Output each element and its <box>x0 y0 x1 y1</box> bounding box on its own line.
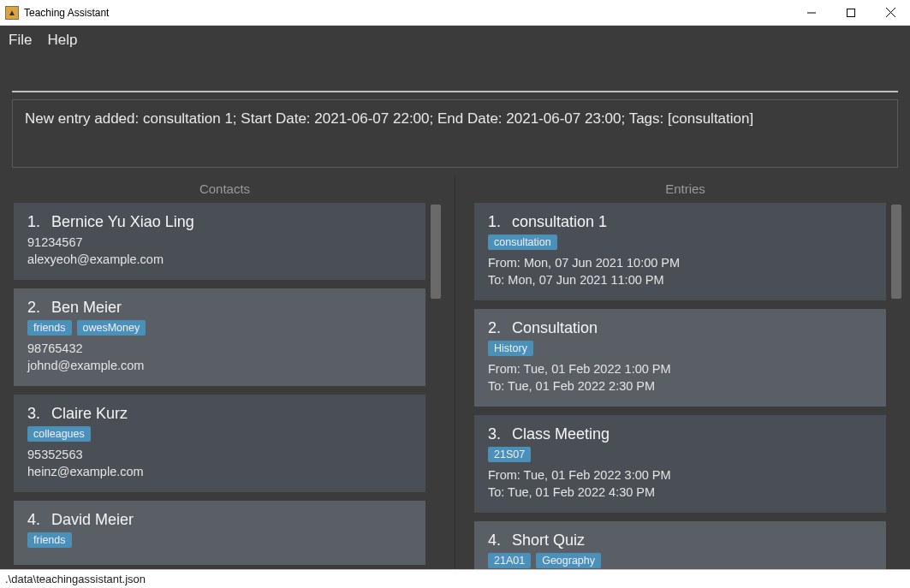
tag: friends <box>27 532 72 548</box>
tag: Geography <box>536 553 601 568</box>
maximize-button[interactable] <box>831 0 871 26</box>
contacts-header: Contacts <box>7 176 443 203</box>
titlebar: ▲ Teaching Assistant <box>0 0 910 26</box>
entry-to: To: Tue, 01 Feb 2022 4:30 PM <box>488 484 872 502</box>
tag: History <box>488 341 533 356</box>
tag: owesMoney <box>77 320 146 336</box>
entry-card[interactable]: 3. Class Meeting21S07From: Tue, 01 Feb 2… <box>474 415 886 513</box>
entries-scrollbar[interactable] <box>891 205 901 299</box>
svg-rect-1 <box>848 9 855 16</box>
result-display: New entry added: consultation 1; Start D… <box>12 99 898 168</box>
tag: colleagues <box>27 426 91 442</box>
contacts-scrollbar[interactable] <box>431 205 441 299</box>
tag: 21S07 <box>488 447 531 462</box>
entry-title: 3. Class Meeting <box>488 425 872 443</box>
status-path: .\data\teachingassistant.json <box>5 573 146 585</box>
menubar: File Help <box>0 26 910 55</box>
entries-panel: Entries 1. consultation 1consultationFro… <box>467 176 903 569</box>
contact-title: 1. Bernice Yu Xiao Ling <box>27 213 412 231</box>
contact-card[interactable]: 4. David Meierfriends <box>14 501 425 565</box>
window-title: Teaching Assistant <box>24 7 792 19</box>
entry-title: 2. Consultation <box>488 319 872 337</box>
contact-card[interactable]: 1. Bernice Yu Xiao Ling91234567alexyeoh@… <box>14 203 425 280</box>
contact-phone: 91234567 <box>27 235 412 252</box>
entry-from: From: Mon, 07 Jun 2021 10:00 PM <box>488 255 872 272</box>
entry-card[interactable]: 2. ConsultationHistoryFrom: Tue, 01 Feb … <box>474 309 886 407</box>
tag: 21A01 <box>488 553 531 568</box>
contact-title: 4. David Meier <box>27 511 412 529</box>
contact-email: alexyeoh@example.com <box>27 252 412 269</box>
entry-card[interactable]: 1. consultation 1consultationFrom: Mon, … <box>474 203 886 300</box>
entry-title: 1. consultation 1 <box>488 213 872 231</box>
app-icon: ▲ <box>5 6 19 20</box>
entry-tags: 21S07 <box>488 447 872 462</box>
contact-phone: 95352563 <box>27 447 412 464</box>
minimize-button[interactable] <box>792 0 831 26</box>
tag: friends <box>27 320 72 336</box>
contact-card[interactable]: 2. Ben MeierfriendsowesMoney98765432john… <box>14 288 425 386</box>
contact-email: heinz@example.com <box>27 464 412 481</box>
contact-tags: colleagues <box>27 426 412 442</box>
entry-to: To: Tue, 01 Feb 2022 2:30 PM <box>488 378 872 395</box>
entry-card[interactable]: 4. Short Quiz21A01Geography <box>474 521 886 569</box>
entry-tags: History <box>488 341 872 356</box>
menu-help[interactable]: Help <box>47 32 77 49</box>
contact-card[interactable]: 3. Claire Kurzcolleagues95352563heinz@ex… <box>14 395 425 492</box>
entry-to: To: Mon, 07 Jun 2021 11:00 PM <box>488 272 872 289</box>
entry-from: From: Tue, 01 Feb 2022 1:00 PM <box>488 361 872 378</box>
tag: consultation <box>488 235 557 250</box>
entry-tags: consultation <box>488 235 872 250</box>
entry-tags: 21A01Geography <box>488 553 872 568</box>
contact-title: 3. Claire Kurz <box>27 405 412 423</box>
contacts-list[interactable]: 1. Bernice Yu Xiao Ling91234567alexyeoh@… <box>7 203 443 569</box>
contact-email: johnd@example.com <box>27 358 412 375</box>
contacts-panel: Contacts 1. Bernice Yu Xiao Ling91234567… <box>7 176 443 569</box>
contact-tags: friends <box>27 532 412 548</box>
entries-list[interactable]: 1. consultation 1consultationFrom: Mon, … <box>467 203 903 569</box>
menu-file[interactable]: File <box>9 32 32 49</box>
panel-divider <box>455 176 455 569</box>
close-button[interactable] <box>871 0 910 26</box>
command-input[interactable] <box>12 60 898 92</box>
entries-header: Entries <box>467 176 903 203</box>
entry-title: 4. Short Quiz <box>488 532 872 549</box>
contact-phone: 98765432 <box>27 341 412 358</box>
entry-from: From: Tue, 01 Feb 2022 3:00 PM <box>488 467 872 484</box>
contact-tags: friendsowesMoney <box>27 320 412 336</box>
statusbar: .\data\teachingassistant.json <box>0 569 910 588</box>
contact-title: 2. Ben Meier <box>27 299 412 317</box>
